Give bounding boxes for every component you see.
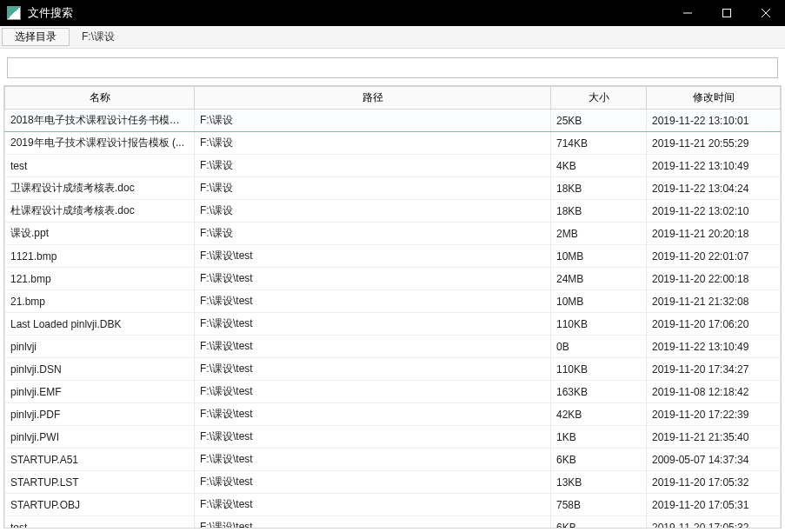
search-input[interactable] (7, 57, 778, 78)
cell-size: 18KB (551, 200, 647, 223)
cell-date: 2019-11-21 21:32:08 (647, 290, 781, 313)
cell-path: F:\课设\test (195, 449, 551, 471)
table-row[interactable]: pinlvji.EMFF:\课设\test163KB2019-11-08 12:… (5, 381, 781, 403)
select-directory-button[interactable]: 选择目录 (2, 28, 70, 46)
table-scroll[interactable]: 名称 路径 大小 修改时间 2018年电子技术课程设计任务书模板....F:\课… (3, 85, 782, 529)
cell-size: 110KB (551, 313, 647, 336)
cell-date: 2019-11-20 17:05:31 (647, 494, 781, 516)
cell-path: F:\课设\test (195, 290, 551, 313)
column-header-size[interactable]: 大小 (551, 87, 647, 110)
table-row[interactable]: STARTUP.A51F:\课设\test6KB2009-05-07 14:37… (5, 449, 781, 471)
table-row[interactable]: pinlvji.PWIF:\课设\test1KB2019-11-21 21:35… (5, 426, 781, 449)
cell-path: F:\课设 (195, 132, 551, 155)
cell-size: 42KB (551, 403, 647, 426)
cell-date: 2019-11-20 17:05:32 (647, 516, 781, 529)
cell-date: 2019-11-20 17:06:20 (647, 313, 781, 336)
minimize-icon (683, 9, 692, 17)
table-row[interactable]: pinlvjiF:\课设\test0B2019-11-22 13:10:49 (5, 336, 781, 358)
cell-size: 2MB (551, 223, 647, 245)
table-row[interactable]: pinlvji.DSNF:\课设\test110KB2019-11-20 17:… (5, 358, 781, 381)
search-area (0, 49, 785, 85)
cell-size: 0B (551, 336, 647, 358)
cell-name: pinlvji.PDF (5, 403, 195, 426)
cell-name: 2018年电子技术课程设计任务书模板.... (5, 110, 195, 132)
cell-path: F:\课设\test (195, 381, 551, 403)
cell-name: STARTUP.LST (5, 471, 195, 494)
cell-date: 2009-05-07 14:37:34 (647, 449, 781, 471)
table-row[interactable]: 课设.pptF:\课设2MB2019-11-21 20:20:18 (5, 223, 781, 245)
cell-size: 4KB (551, 155, 647, 177)
cell-name: Last Loaded pinlvji.DBK (5, 313, 195, 336)
table-row[interactable]: STARTUP.OBJF:\课设\test758B2019-11-20 17:0… (5, 494, 781, 516)
column-header-path[interactable]: 路径 (195, 87, 551, 110)
cell-path: F:\课设 (195, 177, 551, 200)
column-header-name[interactable]: 名称 (5, 87, 195, 110)
table-row[interactable]: STARTUP.LSTF:\课设\test13KB2019-11-20 17:0… (5, 471, 781, 494)
close-icon (762, 9, 770, 17)
current-path-label: F:\课设 (70, 26, 127, 48)
table-row[interactable]: testF:\课设4KB2019-11-22 13:10:49 (5, 155, 781, 177)
cell-size: 110KB (551, 358, 647, 381)
window-title: 文件搜索 (28, 5, 668, 21)
table-row[interactable]: pinlvji.PDFF:\课设\test42KB2019-11-20 17:2… (5, 403, 781, 426)
cell-date: 2019-11-21 21:35:40 (647, 426, 781, 449)
cell-path: F:\课设\test (195, 516, 551, 529)
cell-name: pinlvji (5, 336, 195, 358)
table-body: 2018年电子技术课程设计任务书模板....F:\课设25KB2019-11-2… (5, 110, 781, 529)
cell-name: pinlvji.EMF (5, 381, 195, 403)
cell-size: 1KB (551, 426, 647, 449)
table-container: 名称 路径 大小 修改时间 2018年电子技术课程设计任务书模板....F:\课… (0, 85, 785, 532)
cell-path: F:\课设\test (195, 313, 551, 336)
cell-path: F:\课设\test (195, 336, 551, 358)
cell-name: STARTUP.A51 (5, 449, 195, 471)
cell-path: F:\课设\test (195, 358, 551, 381)
cell-size: 13KB (551, 471, 647, 494)
maximize-button[interactable] (707, 0, 746, 26)
table-header-row: 名称 路径 大小 修改时间 (5, 87, 781, 110)
cell-size: 25KB (551, 110, 647, 132)
cell-name: 课设.ppt (5, 223, 195, 245)
cell-date: 2019-11-20 17:05:32 (647, 471, 781, 494)
cell-path: F:\课设 (195, 110, 551, 132)
cell-name: test (5, 155, 195, 177)
column-header-date[interactable]: 修改时间 (647, 87, 781, 110)
table-row[interactable]: 杜课程设计成绩考核表.docF:\课设18KB2019-11-22 13:02:… (5, 200, 781, 223)
cell-size: 6KB (551, 449, 647, 471)
cell-date: 2019-11-21 20:55:29 (647, 132, 781, 155)
table-row[interactable]: 21.bmpF:\课设\test10MB2019-11-21 21:32:08 (5, 290, 781, 313)
table-row[interactable]: Last Loaded pinlvji.DBKF:\课设\test110KB20… (5, 313, 781, 336)
cell-name: pinlvji.PWI (5, 426, 195, 449)
cell-date: 2019-11-22 13:10:49 (647, 336, 781, 358)
cell-date: 2019-11-08 12:18:42 (647, 381, 781, 403)
cell-path: F:\课设\test (195, 403, 551, 426)
cell-path: F:\课设\test (195, 268, 551, 290)
close-button[interactable] (746, 0, 785, 26)
table-row[interactable]: 2018年电子技术课程设计任务书模板....F:\课设25KB2019-11-2… (5, 110, 781, 132)
table-row[interactable]: testF:\课设\test6KB2019-11-20 17:05:32 (5, 516, 781, 529)
cell-name: 2019年电子技术课程设计报告模板 (... (5, 132, 195, 155)
cell-size: 6KB (551, 516, 647, 529)
cell-date: 2019-11-20 17:34:27 (647, 358, 781, 381)
table-row[interactable]: 121.bmpF:\课设\test24MB2019-11-20 22:00:18 (5, 268, 781, 290)
cell-name: 卫课程设计成绩考核表.doc (5, 177, 195, 200)
app-window: 文件搜索 选择目录 F:\课设 (0, 0, 785, 532)
cell-date: 2019-11-20 22:01:07 (647, 245, 781, 268)
table-row[interactable]: 2019年电子技术课程设计报告模板 (...F:\课设714KB2019-11-… (5, 132, 781, 155)
cell-name: pinlvji.DSN (5, 358, 195, 381)
toolbar: 选择目录 F:\课设 (0, 26, 785, 49)
cell-date: 2019-11-22 13:04:24 (647, 177, 781, 200)
cell-path: F:\课设 (195, 155, 551, 177)
cell-size: 10MB (551, 290, 647, 313)
svg-rect-1 (722, 10, 730, 17)
maximize-icon (722, 9, 731, 17)
cell-size: 758B (551, 494, 647, 516)
cell-date: 2019-11-22 13:02:10 (647, 200, 781, 223)
titlebar[interactable]: 文件搜索 (0, 0, 785, 26)
minimize-button[interactable] (668, 0, 707, 26)
table-row[interactable]: 1121.bmpF:\课设\test10MB2019-11-20 22:01:0… (5, 245, 781, 268)
window-controls (668, 0, 785, 26)
app-icon (7, 6, 21, 20)
cell-date: 2019-11-20 17:22:39 (647, 403, 781, 426)
table-row[interactable]: 卫课程设计成绩考核表.docF:\课设18KB2019-11-22 13:04:… (5, 177, 781, 200)
cell-size: 18KB (551, 177, 647, 200)
